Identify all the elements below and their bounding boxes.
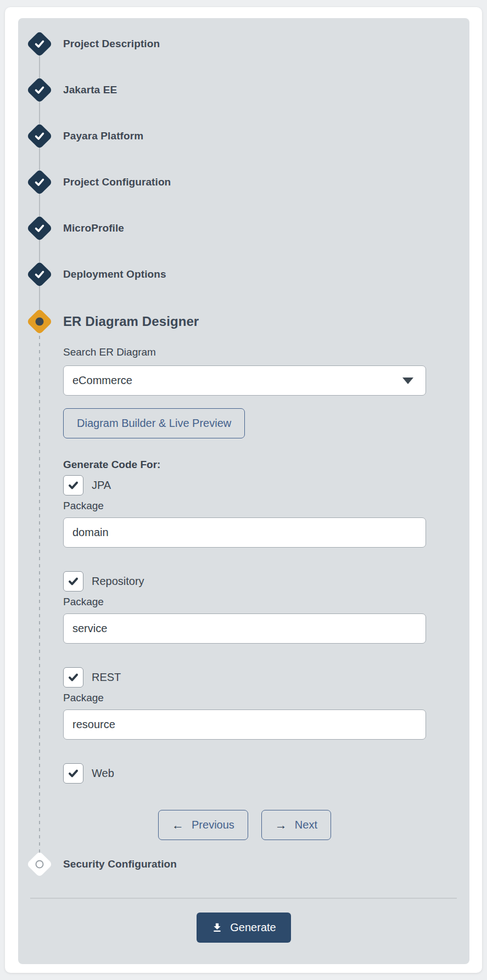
generate-button-label: Generate xyxy=(230,921,276,934)
rest-package-label: Package xyxy=(63,692,426,705)
step-label: Payara Platform xyxy=(63,130,143,142)
check-icon xyxy=(33,176,46,188)
step-label: Jakarta EE xyxy=(63,84,117,96)
previous-button-label: Previous xyxy=(192,819,234,831)
diagram-builder-button[interactable]: Diagram Builder & Live Preview xyxy=(63,408,245,438)
er-diagram-select-value: eCommerce xyxy=(72,374,132,387)
step-completed-icon xyxy=(27,31,52,57)
checkmark-icon xyxy=(68,480,79,491)
step-jakarta-ee[interactable]: Jakarta EE xyxy=(27,77,117,103)
repository-checkbox-label: Repository xyxy=(92,575,144,588)
jpa-package-label: Package xyxy=(63,500,426,512)
jpa-checkbox-label: JPA xyxy=(92,479,111,492)
step-deployment-options[interactable]: Deployment Options xyxy=(27,262,166,287)
er-designer-form: Search ER Diagram eCommerce Diagram Buil… xyxy=(63,346,426,840)
jpa-option-row: JPA xyxy=(63,475,426,495)
chevron-down-icon xyxy=(402,378,413,384)
step-project-description[interactable]: Project Description xyxy=(27,31,160,57)
arrow-right-icon: → xyxy=(275,819,287,831)
wizard-nav-buttons: ← Previous → Next xyxy=(63,810,426,840)
generate-code-for-label: Generate Code For: xyxy=(63,459,426,471)
footer-divider xyxy=(30,898,457,899)
step-active-icon xyxy=(27,309,52,334)
web-checkbox[interactable] xyxy=(63,763,83,784)
repository-package-input[interactable] xyxy=(63,613,426,644)
step-microprofile[interactable]: MicroProfile xyxy=(27,216,124,241)
rest-checkbox[interactable] xyxy=(63,667,83,688)
arrow-left-icon: ← xyxy=(172,819,184,831)
jpa-checkbox[interactable] xyxy=(63,475,83,495)
stepper-panel: Project Description Jakarta EE Payara Pl… xyxy=(18,18,469,964)
rest-checkbox-label: REST xyxy=(92,671,121,684)
rest-option-row: REST xyxy=(63,667,426,688)
web-option-row: Web xyxy=(63,763,426,784)
search-er-diagram-label: Search ER Diagram xyxy=(63,346,426,359)
download-icon xyxy=(211,922,223,933)
repository-package-label: Package xyxy=(63,596,426,609)
step-payara-platform[interactable]: Payara Platform xyxy=(27,123,143,149)
next-button-label: Next xyxy=(295,819,317,831)
step-label: Security Configuration xyxy=(63,858,177,870)
generate-button[interactable]: Generate xyxy=(197,913,290,943)
jpa-package-input[interactable] xyxy=(63,517,426,548)
active-dot-icon xyxy=(36,318,44,326)
rest-package-input[interactable] xyxy=(63,709,426,740)
footer: Generate xyxy=(18,913,469,943)
step-er-diagram-designer[interactable]: ER Diagram Designer xyxy=(27,309,199,334)
check-icon xyxy=(33,222,46,234)
step-pending-icon xyxy=(27,852,52,877)
step-label: MicroProfile xyxy=(63,222,124,234)
step-completed-icon xyxy=(27,262,52,287)
step-project-configuration[interactable]: Project Configuration xyxy=(27,170,171,195)
step-completed-icon xyxy=(27,216,52,241)
step-label: Deployment Options xyxy=(63,268,166,280)
step-completed-icon xyxy=(27,77,52,103)
check-icon xyxy=(33,130,46,142)
previous-button[interactable]: ← Previous xyxy=(158,810,248,840)
checkmark-icon xyxy=(68,576,79,587)
step-completed-icon xyxy=(27,170,52,195)
checkmark-icon xyxy=(68,768,79,779)
stepper-connector-dashed xyxy=(39,322,40,864)
er-diagram-select[interactable]: eCommerce xyxy=(63,365,426,396)
repository-checkbox[interactable] xyxy=(63,571,83,592)
wizard-card: Project Description Jakarta EE Payara Pl… xyxy=(5,7,482,973)
check-icon xyxy=(33,38,46,50)
step-completed-icon xyxy=(27,123,52,149)
step-security-configuration[interactable]: Security Configuration xyxy=(27,852,177,877)
check-icon xyxy=(33,268,46,280)
check-icon xyxy=(33,84,46,96)
web-checkbox-label: Web xyxy=(92,767,114,780)
checkmark-icon xyxy=(68,672,79,683)
step-label: Project Description xyxy=(63,38,160,50)
pending-ring-icon xyxy=(36,860,44,869)
section-title: ER Diagram Designer xyxy=(63,314,199,329)
step-label: Project Configuration xyxy=(63,176,171,188)
repository-option-row: Repository xyxy=(63,571,426,592)
next-button[interactable]: → Next xyxy=(261,810,331,840)
